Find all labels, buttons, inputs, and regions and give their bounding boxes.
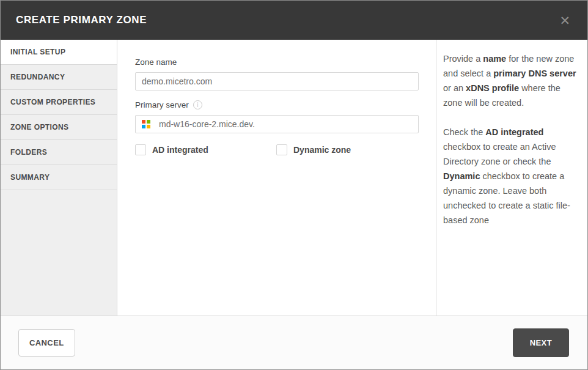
close-icon[interactable]: ✕ [557,12,573,29]
dialog-title: CREATE PRIMARY ZONE [16,14,147,26]
dynamic-zone-checkbox[interactable] [276,144,287,155]
primary-server-field-group: Primary server i [135,100,419,133]
sidebar-item-summary[interactable]: SUMMARY [1,165,117,190]
help-paragraph-1: Provide a name for the new zone and sele… [443,51,579,110]
next-button[interactable]: NEXT [513,328,569,357]
sidebar-item-initial-setup[interactable]: INITIAL SETUP [1,40,117,65]
wizard-steps-sidebar: INITIAL SETUP REDUNDANCY CUSTOM PROPERTI… [1,40,117,316]
dialog-footer: CANCEL NEXT [1,316,587,369]
primary-server-label-text: Primary server [135,100,189,109]
cancel-button[interactable]: CANCEL [18,329,75,357]
zone-name-field-group: Zone name [135,57,419,91]
create-primary-zone-dialog: CREATE PRIMARY ZONE ✕ INITIAL SETUP REDU… [0,0,588,370]
zone-name-input[interactable] [135,72,419,91]
sidebar-item-custom-properties[interactable]: CUSTOM PROPERTIES [1,90,117,115]
ad-integrated-checkbox[interactable] [135,144,146,155]
sidebar-item-zone-options[interactable]: ZONE OPTIONS [1,115,117,140]
info-icon[interactable]: i [193,100,202,109]
primary-server-input-wrap [135,115,419,133]
help-paragraph-2: Check the AD integrated checkbox to crea… [443,125,579,228]
microsoft-windows-icon [142,120,150,128]
checkbox-row: AD integrated Dynamic zone [135,144,419,155]
sidebar-item-redundancy[interactable]: REDUNDANCY [1,65,117,90]
ad-integrated-option: AD integrated [135,144,276,155]
sidebar-item-folders[interactable]: FOLDERS [1,140,117,165]
help-panel: Provide a name for the new zone and sele… [436,40,588,316]
form-panel: Zone name Primary server i AD [117,40,436,316]
zone-name-label: Zone name [135,57,419,67]
dialog-header: CREATE PRIMARY ZONE ✕ [1,1,587,40]
dynamic-zone-option: Dynamic zone [276,144,351,155]
dynamic-zone-label: Dynamic zone [293,145,351,155]
dialog-body: INITIAL SETUP REDUNDANCY CUSTOM PROPERTI… [1,40,587,316]
ad-integrated-label: AD integrated [152,145,208,155]
primary-server-input[interactable] [135,115,419,133]
primary-server-label: Primary server i [135,100,419,109]
